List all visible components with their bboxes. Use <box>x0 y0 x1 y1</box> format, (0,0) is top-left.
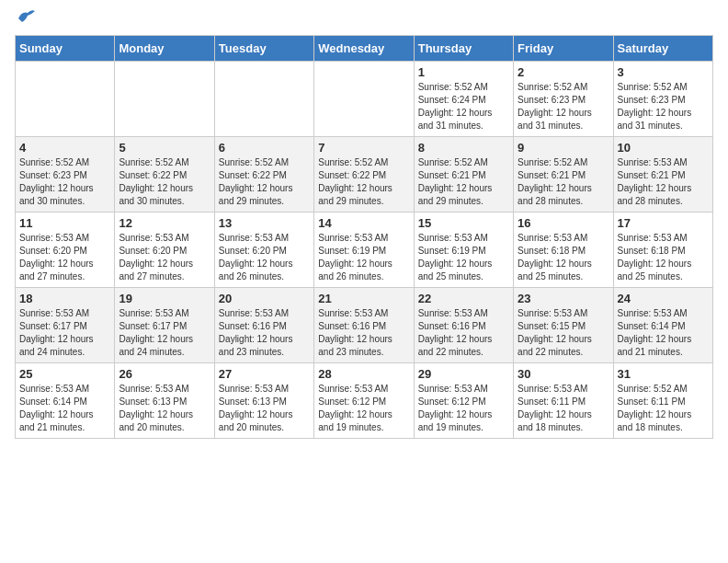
calendar-week-row: 4Sunrise: 5:52 AM Sunset: 6:23 PM Daylig… <box>16 137 713 213</box>
day-number: 30 <box>518 367 609 381</box>
calendar-cell: 17Sunrise: 5:53 AM Sunset: 6:18 PM Dayli… <box>613 213 712 288</box>
calendar-cell: 28Sunrise: 5:53 AM Sunset: 6:12 PM Dayli… <box>314 363 414 439</box>
day-number: 11 <box>19 216 110 230</box>
day-info: Sunrise: 5:53 AM Sunset: 6:13 PM Dayligh… <box>119 383 210 434</box>
day-number: 4 <box>19 141 110 155</box>
calendar-cell: 27Sunrise: 5:53 AM Sunset: 6:13 PM Dayli… <box>214 363 313 439</box>
day-info: Sunrise: 5:52 AM Sunset: 6:22 PM Dayligh… <box>219 156 310 208</box>
day-info: Sunrise: 5:52 AM Sunset: 6:21 PM Dayligh… <box>518 156 609 208</box>
day-number: 12 <box>119 216 210 230</box>
calendar-week-row: 25Sunrise: 5:53 AM Sunset: 6:14 PM Dayli… <box>16 363 713 439</box>
day-info: Sunrise: 5:52 AM Sunset: 6:24 PM Dayligh… <box>418 81 509 132</box>
day-number: 16 <box>518 216 609 230</box>
day-number: 6 <box>219 141 310 155</box>
day-number: 25 <box>19 367 110 381</box>
day-number: 17 <box>618 216 709 230</box>
day-info: Sunrise: 5:52 AM Sunset: 6:22 PM Dayligh… <box>318 156 409 208</box>
calendar-cell: 9Sunrise: 5:52 AM Sunset: 6:21 PM Daylig… <box>514 137 613 213</box>
calendar-cell: 26Sunrise: 5:53 AM Sunset: 6:13 PM Dayli… <box>115 363 214 439</box>
day-number: 13 <box>219 216 310 230</box>
logo-bird-icon <box>17 7 37 24</box>
calendar-cell: 6Sunrise: 5:52 AM Sunset: 6:22 PM Daylig… <box>214 137 313 213</box>
calendar-cell: 10Sunrise: 5:53 AM Sunset: 6:21 PM Dayli… <box>613 137 712 213</box>
day-info: Sunrise: 5:53 AM Sunset: 6:21 PM Dayligh… <box>618 156 709 208</box>
day-info: Sunrise: 5:53 AM Sunset: 6:17 PM Dayligh… <box>19 307 110 359</box>
calendar-cell: 13Sunrise: 5:53 AM Sunset: 6:20 PM Dayli… <box>214 213 313 288</box>
calendar-cell: 16Sunrise: 5:53 AM Sunset: 6:18 PM Dayli… <box>514 213 613 288</box>
day-number: 5 <box>119 141 210 155</box>
day-number: 3 <box>618 65 709 79</box>
day-number: 27 <box>219 367 310 381</box>
day-info: Sunrise: 5:53 AM Sunset: 6:14 PM Dayligh… <box>19 383 110 434</box>
calendar-cell: 24Sunrise: 5:53 AM Sunset: 6:14 PM Dayli… <box>613 288 712 363</box>
day-number: 19 <box>119 292 210 305</box>
day-info: Sunrise: 5:53 AM Sunset: 6:17 PM Dayligh… <box>119 307 210 359</box>
day-info: Sunrise: 5:53 AM Sunset: 6:18 PM Dayligh… <box>518 232 609 283</box>
calendar-cell: 12Sunrise: 5:53 AM Sunset: 6:20 PM Dayli… <box>115 213 214 288</box>
weekday-header-friday: Friday <box>514 36 613 62</box>
calendar-cell <box>16 62 115 137</box>
calendar-week-row: 18Sunrise: 5:53 AM Sunset: 6:17 PM Dayli… <box>16 288 713 363</box>
day-info: Sunrise: 5:53 AM Sunset: 6:16 PM Dayligh… <box>318 307 409 359</box>
day-number: 22 <box>418 292 509 305</box>
calendar-cell: 29Sunrise: 5:53 AM Sunset: 6:12 PM Dayli… <box>414 363 513 439</box>
day-info: Sunrise: 5:53 AM Sunset: 6:14 PM Dayligh… <box>618 307 709 359</box>
calendar-cell: 23Sunrise: 5:53 AM Sunset: 6:15 PM Dayli… <box>514 288 613 363</box>
day-number: 21 <box>318 292 409 305</box>
day-info: Sunrise: 5:53 AM Sunset: 6:20 PM Dayligh… <box>19 232 110 283</box>
day-number: 15 <box>418 216 509 230</box>
day-number: 26 <box>119 367 210 381</box>
calendar-header-row: SundayMondayTuesdayWednesdayThursdayFrid… <box>16 36 713 62</box>
calendar-cell: 15Sunrise: 5:53 AM Sunset: 6:19 PM Dayli… <box>414 213 513 288</box>
calendar-cell: 7Sunrise: 5:52 AM Sunset: 6:22 PM Daylig… <box>314 137 414 213</box>
day-number: 10 <box>618 141 709 155</box>
day-number: 20 <box>219 292 310 305</box>
calendar-cell: 1Sunrise: 5:52 AM Sunset: 6:24 PM Daylig… <box>414 62 513 137</box>
calendar-table: SundayMondayTuesdayWednesdayThursdayFrid… <box>15 35 713 439</box>
day-number: 8 <box>418 141 509 155</box>
day-number: 18 <box>19 292 110 305</box>
calendar-cell: 19Sunrise: 5:53 AM Sunset: 6:17 PM Dayli… <box>115 288 214 363</box>
day-info: Sunrise: 5:53 AM Sunset: 6:13 PM Dayligh… <box>219 383 310 434</box>
day-number: 1 <box>418 65 509 79</box>
weekday-header-thursday: Thursday <box>414 36 513 62</box>
calendar-week-row: 11Sunrise: 5:53 AM Sunset: 6:20 PM Dayli… <box>16 213 713 288</box>
day-number: 28 <box>318 367 409 381</box>
weekday-header-tuesday: Tuesday <box>214 36 313 62</box>
weekday-header-sunday: Sunday <box>16 36 115 62</box>
calendar-cell: 30Sunrise: 5:53 AM Sunset: 6:11 PM Dayli… <box>514 363 613 439</box>
day-number: 14 <box>318 216 409 230</box>
day-info: Sunrise: 5:53 AM Sunset: 6:20 PM Dayligh… <box>119 232 210 283</box>
day-number: 23 <box>518 292 609 305</box>
calendar-cell: 4Sunrise: 5:52 AM Sunset: 6:23 PM Daylig… <box>16 137 115 213</box>
calendar-cell: 21Sunrise: 5:53 AM Sunset: 6:16 PM Dayli… <box>314 288 414 363</box>
day-info: Sunrise: 5:53 AM Sunset: 6:12 PM Dayligh… <box>418 383 509 434</box>
logo <box>15 15 37 24</box>
calendar-cell: 18Sunrise: 5:53 AM Sunset: 6:17 PM Dayli… <box>16 288 115 363</box>
calendar-cell: 5Sunrise: 5:52 AM Sunset: 6:22 PM Daylig… <box>115 137 214 213</box>
day-info: Sunrise: 5:53 AM Sunset: 6:16 PM Dayligh… <box>219 307 310 359</box>
day-info: Sunrise: 5:53 AM Sunset: 6:16 PM Dayligh… <box>418 307 509 359</box>
day-number: 2 <box>518 65 609 79</box>
weekday-header-monday: Monday <box>115 36 214 62</box>
day-info: Sunrise: 5:52 AM Sunset: 6:23 PM Dayligh… <box>19 156 110 208</box>
calendar-cell <box>314 62 414 137</box>
calendar-cell: 2Sunrise: 5:52 AM Sunset: 6:23 PM Daylig… <box>514 62 613 137</box>
day-number: 9 <box>518 141 609 155</box>
calendar-cell: 20Sunrise: 5:53 AM Sunset: 6:16 PM Dayli… <box>214 288 313 363</box>
day-info: Sunrise: 5:53 AM Sunset: 6:15 PM Dayligh… <box>518 307 609 359</box>
page-header <box>15 15 713 24</box>
day-info: Sunrise: 5:53 AM Sunset: 6:12 PM Dayligh… <box>318 383 409 434</box>
day-number: 24 <box>618 292 709 305</box>
day-number: 7 <box>318 141 409 155</box>
calendar-cell: 8Sunrise: 5:52 AM Sunset: 6:21 PM Daylig… <box>414 137 513 213</box>
day-number: 29 <box>418 367 509 381</box>
calendar-cell <box>115 62 214 137</box>
calendar-cell: 25Sunrise: 5:53 AM Sunset: 6:14 PM Dayli… <box>16 363 115 439</box>
day-info: Sunrise: 5:52 AM Sunset: 6:22 PM Dayligh… <box>119 156 210 208</box>
weekday-header-wednesday: Wednesday <box>314 36 414 62</box>
calendar-cell <box>214 62 313 137</box>
weekday-header-saturday: Saturday <box>613 36 712 62</box>
calendar-cell: 14Sunrise: 5:53 AM Sunset: 6:19 PM Dayli… <box>314 213 414 288</box>
calendar-week-row: 1Sunrise: 5:52 AM Sunset: 6:24 PM Daylig… <box>16 62 713 137</box>
